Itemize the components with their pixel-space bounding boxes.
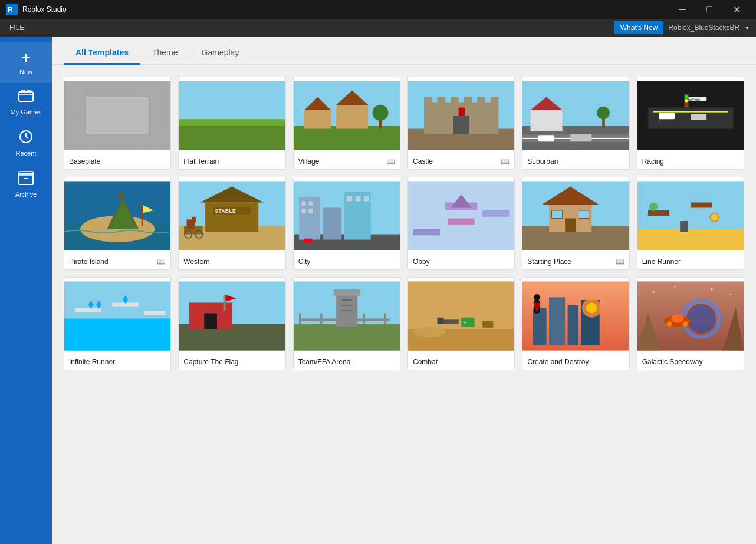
svg-point-159 xyxy=(670,314,683,322)
template-name-flat-terrain: Flat Terrain xyxy=(183,157,219,166)
book-icon: 📖 xyxy=(501,157,510,166)
template-card-city[interactable]: City xyxy=(293,177,400,270)
template-thumb-create-and-destroy xyxy=(522,278,629,354)
svg-rect-85 xyxy=(355,196,360,202)
svg-rect-109 xyxy=(64,319,170,351)
template-card-team-ffa-arena[interactable]: Team/FFA Arena xyxy=(293,277,400,370)
svg-rect-144 xyxy=(533,308,547,345)
tab-all-templates[interactable]: All Templates xyxy=(64,42,140,65)
svg-rect-30 xyxy=(464,97,472,107)
whats-new-button[interactable]: What's New xyxy=(614,21,664,34)
template-name-suburban: Suburban xyxy=(527,157,558,166)
svg-rect-104 xyxy=(691,202,712,207)
svg-rect-91 xyxy=(482,210,509,217)
minimize-button[interactable]: ─ xyxy=(669,0,696,19)
titlebar-controls: ─ □ ✕ xyxy=(669,0,750,19)
svg-rect-133 xyxy=(363,313,365,324)
tabs-bar: All Templates Theme Gameplay xyxy=(52,37,756,65)
svg-rect-140 xyxy=(438,318,444,324)
template-card-infinite-runner[interactable]: Infinite Runner xyxy=(64,277,171,370)
template-card-baseplate[interactable]: Baseplate xyxy=(64,77,171,170)
template-name-castle: Castle xyxy=(413,157,433,166)
maximize-button[interactable]: □ xyxy=(696,0,723,19)
template-name-capture-the-flag: Capture The Flag xyxy=(183,358,238,366)
user-dropdown-icon[interactable]: ▼ xyxy=(744,25,750,31)
svg-rect-17 xyxy=(294,126,400,150)
svg-rect-131 xyxy=(320,313,323,324)
roblox-logo-icon: R xyxy=(6,4,18,15)
template-card-obby[interactable]: Obby xyxy=(407,177,515,270)
svg-rect-141 xyxy=(482,321,493,328)
template-card-combat[interactable]: + Combat xyxy=(407,277,515,370)
template-name-pirate-island: Pirate Island xyxy=(69,258,109,266)
svg-rect-119 xyxy=(205,313,218,329)
template-thumb-team-ffa-arena xyxy=(294,278,400,354)
template-thumb-galactic-speedway xyxy=(637,278,744,354)
template-card-starting-place[interactable]: Starting Place📖 xyxy=(522,177,629,270)
template-card-racing[interactable]: Start/Finish Racing xyxy=(637,77,744,170)
templates-grid: Baseplate Flat Terrain Village📖 Castle📖 xyxy=(64,77,744,370)
svg-rect-32 xyxy=(491,97,499,107)
svg-rect-123 xyxy=(294,324,400,351)
sidebar-item-my-games[interactable]: My Games xyxy=(0,83,52,123)
template-thumb-baseplate xyxy=(64,77,170,154)
template-thumb-obby xyxy=(408,177,514,254)
svg-rect-12 xyxy=(86,97,149,134)
sidebar-item-recent[interactable]: Recent xyxy=(0,123,52,164)
svg-rect-41 xyxy=(538,135,554,141)
svg-rect-42 xyxy=(570,134,591,142)
template-name-western: Western xyxy=(183,258,209,266)
sidebar-item-archive[interactable]: Archive xyxy=(0,164,52,205)
template-card-suburban[interactable]: Suburban xyxy=(522,77,629,170)
svg-point-23 xyxy=(372,105,388,121)
titlebar: R Roblox Studio ─ □ ✕ xyxy=(0,0,756,19)
template-thumb-racing: Start/Finish xyxy=(637,77,744,154)
templates-container: Baseplate Flat Terrain Village📖 Castle📖 xyxy=(52,65,756,544)
svg-rect-14 xyxy=(179,124,285,150)
svg-rect-102 xyxy=(637,229,744,250)
tab-theme[interactable]: Theme xyxy=(140,42,190,65)
close-button[interactable]: ✕ xyxy=(723,0,750,19)
new-icon: + xyxy=(21,50,31,66)
svg-rect-55 xyxy=(691,114,706,120)
content-area: All Templates Theme Gameplay Baseplate F… xyxy=(52,37,756,544)
svg-rect-124 xyxy=(336,292,357,327)
template-thumb-pirate-island xyxy=(64,177,170,254)
svg-rect-134 xyxy=(384,313,386,324)
svg-rect-33 xyxy=(453,116,469,134)
svg-rect-86 xyxy=(364,196,369,202)
template-card-village[interactable]: Village📖 xyxy=(293,77,400,170)
tab-gameplay[interactable]: Gameplay xyxy=(190,42,251,65)
template-card-flat-terrain[interactable]: Flat Terrain xyxy=(178,77,285,170)
sidebar-item-new[interactable]: + New xyxy=(0,42,52,83)
template-name-baseplate: Baseplate xyxy=(69,157,100,166)
template-card-western[interactable]: STABLE Western xyxy=(178,177,285,270)
main-layout: + New My Games Recent xyxy=(0,37,756,544)
titlebar-left: R Roblox Studio xyxy=(6,4,67,15)
sidebar-label-recent: Recent xyxy=(16,150,37,157)
svg-rect-15 xyxy=(179,119,285,126)
svg-rect-110 xyxy=(75,308,101,312)
svg-rect-106 xyxy=(680,221,688,232)
svg-rect-90 xyxy=(448,219,475,225)
template-card-create-and-destroy[interactable]: Create and Destroy xyxy=(522,277,629,370)
template-thumb-capture-the-flag xyxy=(179,278,285,354)
svg-rect-74 xyxy=(192,217,196,222)
template-thumb-infinite-runner xyxy=(64,278,170,354)
svg-rect-28 xyxy=(438,97,446,107)
template-card-pirate-island[interactable]: Pirate Island📖 xyxy=(64,177,171,270)
file-menu[interactable]: FILE xyxy=(6,24,28,32)
svg-rect-54 xyxy=(659,113,675,119)
template-card-castle[interactable]: Castle📖 xyxy=(407,77,515,170)
svg-rect-31 xyxy=(477,97,485,107)
svg-rect-130 xyxy=(299,313,301,324)
svg-text:R: R xyxy=(8,6,13,14)
svg-rect-80 xyxy=(301,202,305,206)
svg-rect-125 xyxy=(333,289,360,296)
sidebar-label-new: New xyxy=(19,68,32,75)
template-thumb-city xyxy=(294,177,400,254)
template-card-capture-the-flag[interactable]: Capture The Flag xyxy=(178,277,285,370)
template-card-line-runner[interactable]: Line Runner xyxy=(637,177,744,270)
template-card-galactic-speedway[interactable]: Galactic Speedway xyxy=(637,277,744,370)
template-name-galactic-speedway: Galactic Speedway xyxy=(642,358,703,366)
